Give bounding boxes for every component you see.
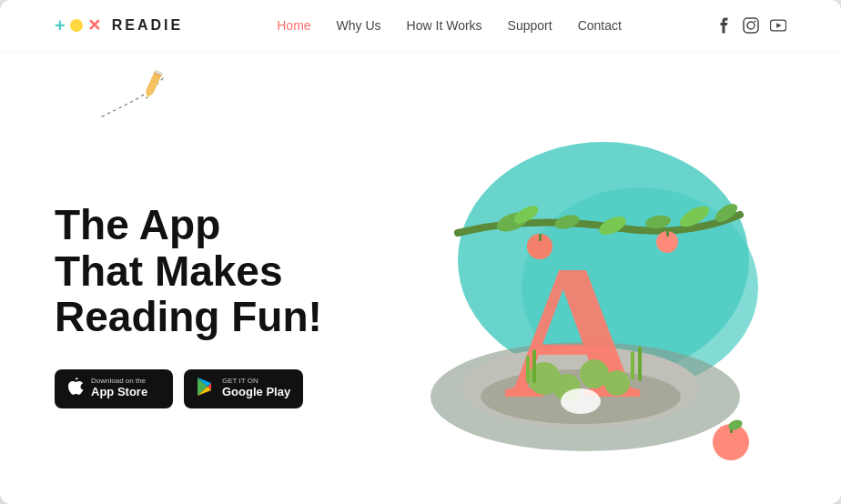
x-icon: ✕ bbox=[87, 17, 101, 34]
svg-point-37 bbox=[561, 388, 601, 414]
page-frame: + ✕ READIE Home Why Us How It Works Supp… bbox=[0, 0, 841, 504]
nav-links: Home Why Us How It Works Support Contact bbox=[277, 17, 622, 34]
hero-illustration-area: A bbox=[384, 52, 786, 504]
nav-item-home[interactable]: Home bbox=[277, 17, 310, 34]
hero-left: The App That Makes Reading Fun! Download… bbox=[55, 52, 384, 504]
app-buttons: Download on the App Store GE bbox=[55, 369, 384, 408]
google-play-small-label: GET IT ON bbox=[222, 378, 290, 385]
app-store-big-label: App Store bbox=[91, 385, 147, 400]
svg-rect-38 bbox=[526, 356, 530, 383]
app-store-small-label: Download on the bbox=[91, 378, 147, 385]
hero-section: The App That Makes Reading Fun! Download… bbox=[0, 52, 841, 504]
nav-item-whyus[interactable]: Why Us bbox=[337, 17, 381, 34]
svg-rect-39 bbox=[532, 349, 536, 383]
svg-rect-40 bbox=[631, 351, 634, 380]
svg-rect-32 bbox=[666, 230, 669, 237]
svg-rect-0 bbox=[744, 18, 758, 33]
nav-item-support[interactable]: Support bbox=[508, 17, 552, 34]
plus-icon: + bbox=[55, 16, 66, 35]
svg-marker-4 bbox=[776, 23, 781, 27]
google-play-big-label: Google Play bbox=[222, 385, 290, 400]
social-icons-group bbox=[715, 17, 786, 34]
circle-icon bbox=[70, 19, 83, 32]
nav-item-contact[interactable]: Contact bbox=[578, 17, 622, 34]
svg-rect-41 bbox=[638, 347, 642, 381]
app-store-button[interactable]: Download on the App Store bbox=[55, 369, 173, 408]
nav-link-contact[interactable]: Contact bbox=[578, 18, 622, 33]
navbar: + ✕ READIE Home Why Us How It Works Supp… bbox=[0, 0, 841, 52]
youtube-icon[interactable] bbox=[770, 17, 786, 34]
nav-link-home[interactable]: Home bbox=[277, 18, 310, 33]
nav-item-howitworks[interactable]: How It Works bbox=[407, 17, 482, 34]
nav-link-whyus[interactable]: Why Us bbox=[337, 18, 381, 33]
instagram-icon[interactable] bbox=[743, 17, 759, 34]
google-play-button[interactable]: GET IT ON Google Play bbox=[184, 369, 303, 408]
svg-point-2 bbox=[755, 21, 756, 23]
svg-point-36 bbox=[604, 370, 630, 396]
hero-title-line3: Reading Fun! bbox=[55, 293, 322, 340]
hero-title-line1: The App bbox=[55, 201, 220, 248]
nav-link-howitworks[interactable]: How It Works bbox=[407, 18, 482, 33]
apple-icon bbox=[67, 378, 84, 400]
hero-title-line2: That Makes bbox=[55, 247, 283, 295]
nav-link-support[interactable]: Support bbox=[508, 18, 552, 33]
facebook-icon[interactable] bbox=[715, 17, 732, 34]
google-play-icon bbox=[197, 377, 215, 401]
logo-icons: + ✕ bbox=[55, 16, 101, 35]
svg-rect-30 bbox=[539, 234, 542, 241]
svg-point-1 bbox=[747, 22, 755, 29]
logo-area: + ✕ READIE bbox=[55, 16, 183, 35]
hero-svg-illustration: A bbox=[385, 87, 785, 469]
brand-name: READIE bbox=[112, 17, 183, 34]
hero-title: The App That Makes Reading Fun! bbox=[55, 202, 384, 340]
